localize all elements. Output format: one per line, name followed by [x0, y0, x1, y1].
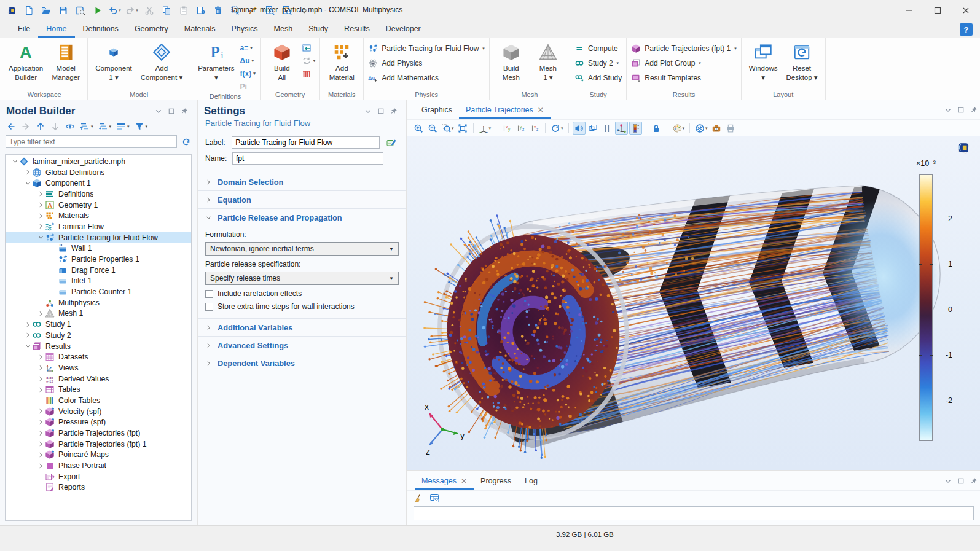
tree-item-geometry-1[interactable]: AGeometry 1 — [6, 200, 191, 211]
view-yz-button[interactable]: yz — [514, 122, 527, 135]
add-component-button[interactable]: Add Component ▾ — [138, 40, 186, 82]
tree-chevron[interactable] — [36, 201, 45, 208]
application-builder-button[interactable]: AApplication Builder — [6, 40, 46, 82]
section-particle-release-and-propagation[interactable]: Particle Release and Propagation — [198, 209, 406, 226]
import-geometry-button[interactable] — [302, 42, 316, 53]
axis-orientation-button[interactable] — [615, 122, 628, 135]
tree-item-particle-trajectories-fpt[interactable]: Particle Trajectories (fpt) — [6, 428, 191, 439]
ribbon-tab-physics[interactable]: Physics — [223, 20, 265, 38]
checkbox-include-rarefaction-effects[interactable] — [205, 290, 213, 298]
ribbon-tab-study[interactable]: Study — [300, 20, 336, 38]
transparency-button[interactable] — [587, 122, 600, 135]
name-field-input[interactable] — [232, 152, 383, 165]
plot-group-current-button[interactable]: Particle Trajectories (fpt) 1▾ — [631, 42, 737, 54]
panel-menu-icon[interactable] — [944, 477, 952, 485]
add-plot-group-button[interactable]: Add Plot Group▾ — [631, 57, 737, 69]
ribbon-tab-file[interactable]: File — [10, 20, 38, 38]
copy-button[interactable] — [158, 2, 174, 18]
section-domain-selection[interactable]: Domain Selection — [198, 173, 406, 190]
compute-button[interactable]: Compute — [574, 42, 622, 54]
minimize-button[interactable] — [895, 0, 923, 20]
tree-item-component-1[interactable]: Component 1 — [6, 178, 191, 189]
tree-chevron[interactable] — [23, 180, 32, 187]
tree-item-materials[interactable]: Materials — [6, 210, 191, 221]
add-material-button[interactable]: Add Material — [324, 40, 359, 82]
environment-button[interactable]: ▾ — [694, 122, 709, 135]
tree-chevron[interactable] — [23, 321, 32, 328]
pin-panel-icon[interactable] — [390, 107, 398, 115]
forward-button[interactable] — [21, 122, 31, 131]
new-file-button[interactable] — [20, 2, 37, 18]
mesh-1-button[interactable]: Mesh 1 ▾ — [531, 40, 565, 82]
tree-item-results[interactable]: Results — [6, 341, 191, 352]
maximize-button[interactable] — [923, 0, 952, 20]
build-mesh-button[interactable]: Build Mesh — [494, 40, 528, 82]
add-physics-button[interactable]: Add Physics — [368, 57, 485, 69]
tree-item-particle-properties-1[interactable]: Particle Properties 1 — [6, 254, 191, 265]
functions-button[interactable]: f(x)▾ — [240, 68, 256, 79]
ribbon-tab-materials[interactable]: Materials — [176, 20, 224, 38]
tree-chevron[interactable] — [36, 430, 45, 437]
tree-item-particle-counter-1[interactable]: Particle Counter 1 — [6, 286, 191, 297]
tree-chevron[interactable] — [36, 234, 45, 241]
float-panel-icon[interactable] — [957, 106, 965, 114]
print-button[interactable] — [724, 122, 737, 135]
open-in-window-button[interactable] — [429, 493, 439, 503]
tree-item-study-1[interactable]: Study 1 — [6, 319, 191, 330]
tree-chevron[interactable] — [36, 419, 45, 426]
tree-item-datasets[interactable]: Datasets — [6, 351, 191, 362]
float-panel-icon[interactable] — [957, 477, 965, 485]
tree-item-definitions[interactable]: Definitions — [6, 189, 191, 200]
save-button[interactable] — [55, 2, 71, 18]
color-legend-button[interactable] — [629, 122, 642, 135]
messages-tab-messages[interactable]: Messages✕ — [415, 471, 474, 490]
windows-button[interactable]: Windows ▾ — [746, 40, 781, 82]
tree-item-pressure-spf[interactable]: Pressure (spf) — [6, 417, 191, 428]
scene-light-button[interactable] — [573, 122, 586, 135]
open-file-button[interactable] — [37, 2, 54, 18]
zoom-out-button[interactable] — [426, 122, 439, 135]
tree-chevron[interactable] — [36, 386, 45, 393]
tree-chevron[interactable] — [36, 375, 45, 382]
tree-item-wall-1[interactable]: DWall 1 — [6, 243, 191, 254]
grid-button[interactable] — [601, 122, 614, 135]
help-button[interactable]: ? — [960, 23, 973, 36]
parameters-button[interactable]: PiParameters ▾ — [195, 40, 237, 82]
result-templates-button[interactable]: Result Templates — [631, 72, 737, 84]
tree-chevron[interactable] — [36, 310, 45, 317]
tree-item-tables[interactable]: Tables — [6, 384, 191, 395]
tree-item-laminar-mixer-particle-mph[interactable]: laminar_mixer_particle.mph — [6, 156, 191, 167]
pin-panel-icon[interactable] — [970, 477, 978, 485]
section-additional-variables[interactable]: Additional Variables — [198, 319, 406, 336]
color-palette-button[interactable]: ▾ — [671, 122, 686, 135]
messages-tab-log[interactable]: Log — [518, 471, 544, 490]
section-advanced-settings[interactable]: Advanced Settings — [198, 337, 406, 354]
variables-button[interactable]: a=▾ — [240, 42, 256, 53]
tree-chevron[interactable] — [36, 213, 45, 219]
back-button[interactable] — [6, 122, 16, 131]
tree-chevron[interactable] — [36, 190, 45, 197]
filter-button[interactable]: ▾ — [135, 122, 148, 131]
tree-item-mesh-1[interactable]: Mesh 1 — [6, 308, 191, 319]
float-panel-icon[interactable] — [168, 107, 175, 115]
tree-chevron[interactable] — [36, 463, 45, 469]
tree-chevron[interactable] — [23, 332, 32, 338]
virtual-operations-button[interactable] — [302, 68, 316, 79]
paste-button[interactable] — [175, 2, 192, 18]
duplicate-button[interactable] — [192, 2, 209, 18]
pin-panel-icon[interactable] — [181, 107, 188, 115]
graphics-canvas[interactable]: ×10⁻³ 210-1-2 x y z — [407, 136, 980, 470]
tree-chevron[interactable] — [36, 408, 45, 415]
view-xz-button[interactable]: xz — [528, 122, 541, 135]
zoom-in-button[interactable] — [412, 122, 425, 135]
show-button[interactable] — [65, 122, 75, 131]
panel-menu-icon[interactable] — [155, 107, 162, 115]
tree-item-study-2[interactable]: Study 2 — [6, 330, 191, 341]
refresh-icon[interactable] — [181, 137, 191, 147]
ribbon-tab-definitions[interactable]: Definitions — [75, 20, 127, 38]
float-panel-icon[interactable] — [377, 107, 385, 115]
tree-item-phase-portrait[interactable]: Phase Portrait — [6, 460, 191, 471]
tree-filter-input[interactable] — [6, 135, 177, 148]
tree-chevron[interactable] — [23, 169, 32, 176]
tree-item-views[interactable]: Views — [6, 362, 191, 373]
